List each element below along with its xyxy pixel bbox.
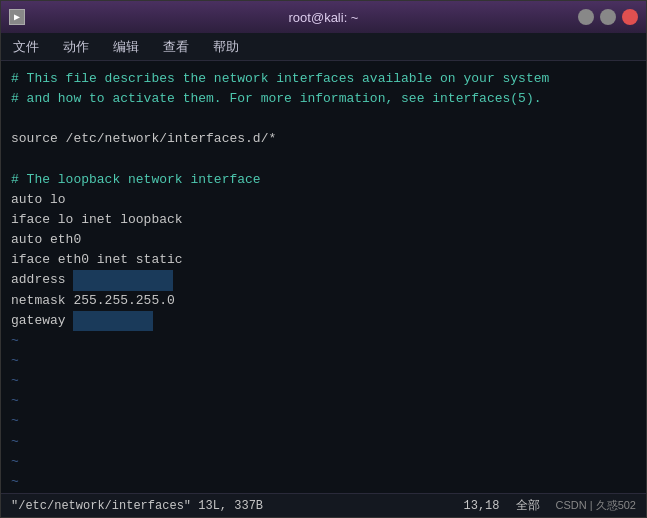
menu-view[interactable]: 查看: [159, 36, 193, 58]
line-8: iface lo inet loopback: [11, 210, 636, 230]
line-tilde-2: ~: [11, 351, 636, 371]
line-11: address: [11, 270, 636, 290]
line-2: # and how to activate them. For more inf…: [11, 89, 636, 109]
cursor-position: 13,18: [463, 499, 499, 513]
line-7: auto lo: [11, 190, 636, 210]
line-tilde-8: ~: [11, 472, 636, 492]
line-tilde-3: ~: [11, 371, 636, 391]
line-tilde-6: ~: [11, 432, 636, 452]
menu-file[interactable]: 文件: [9, 36, 43, 58]
minimize-button[interactable]: [578, 9, 594, 25]
line-6: # The loopback network interface: [11, 170, 636, 190]
menu-bar: 文件 动作 编辑 查看 帮助: [1, 33, 646, 61]
line-3: [11, 109, 636, 129]
scroll-position: 全部: [516, 497, 540, 514]
line-tilde-7: ~: [11, 452, 636, 472]
editor-content[interactable]: # This file describes the network interf…: [1, 61, 646, 493]
line-4: source /etc/network/interfaces.d/*: [11, 129, 636, 149]
line-tilde-1: ~: [11, 331, 636, 351]
line-9: auto eth0: [11, 230, 636, 250]
line-10: iface eth0 inet static: [11, 250, 636, 270]
line-12: netmask 255.255.255.0: [11, 291, 636, 311]
menu-action[interactable]: 动作: [59, 36, 93, 58]
line-1: # This file describes the network interf…: [11, 69, 636, 89]
terminal-icon: ▶: [9, 9, 25, 25]
status-bar: "/etc/network/interfaces" 13L, 337B 13,1…: [1, 493, 646, 517]
status-right: 13,18 全部 CSDN | 久惑502: [463, 497, 636, 514]
window-title: root@kali: ~: [289, 10, 359, 25]
menu-help[interactable]: 帮助: [209, 36, 243, 58]
title-bar: ▶ root@kali: ~: [1, 1, 646, 33]
window-controls: [578, 9, 638, 25]
title-bar-left: ▶: [9, 9, 29, 25]
line-tilde-5: ~: [11, 411, 636, 431]
line-tilde-9: ~: [11, 492, 636, 493]
watermark: CSDN | 久惑502: [556, 498, 637, 513]
menu-edit[interactable]: 编辑: [109, 36, 143, 58]
close-button[interactable]: [622, 9, 638, 25]
terminal-window: ▶ root@kali: ~ 文件 动作 编辑 查看 帮助 # This fil…: [0, 0, 647, 518]
maximize-button[interactable]: [600, 9, 616, 25]
line-tilde-4: ~: [11, 391, 636, 411]
file-info: "/etc/network/interfaces" 13L, 337B: [11, 499, 263, 513]
line-13: gateway: [11, 311, 636, 331]
line-5: [11, 150, 636, 170]
